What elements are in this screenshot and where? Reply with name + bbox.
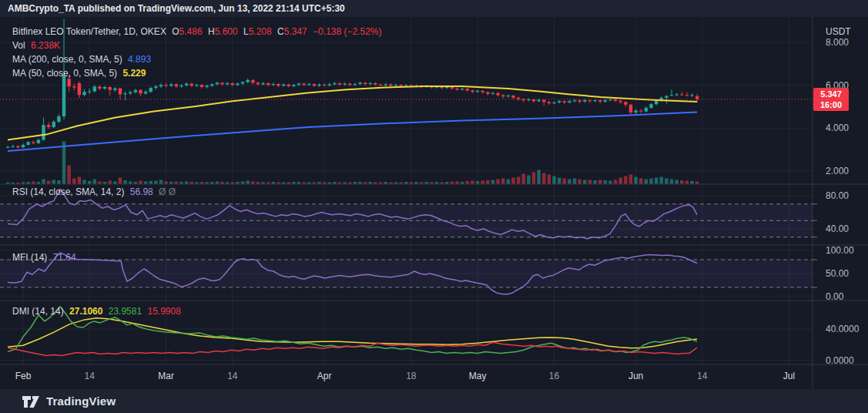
volume-bar xyxy=(384,182,387,184)
tradingview-logo-icon[interactable] xyxy=(22,392,40,411)
candle xyxy=(588,100,592,101)
tradingview-brand-text[interactable]: TradingView xyxy=(46,395,116,408)
candle xyxy=(16,146,20,148)
low-label: L xyxy=(243,26,249,37)
volume-bar xyxy=(57,180,61,184)
dmi-diplus-value: 23.9581 xyxy=(109,306,142,317)
candle xyxy=(266,83,270,85)
candle xyxy=(501,96,505,97)
volume-bar xyxy=(604,180,608,184)
candle xyxy=(481,91,484,92)
close-value: 5.347 xyxy=(284,26,307,37)
candle xyxy=(645,108,648,112)
candle xyxy=(333,83,337,84)
time-axis[interactable]: Feb14Mar14Apr18May16Jun14Jul xyxy=(0,364,868,389)
volume-bar xyxy=(302,183,306,184)
volume-bar xyxy=(144,182,148,184)
candle xyxy=(62,75,66,116)
time-axis-label: 14 xyxy=(697,371,707,381)
time-axis-label: 16 xyxy=(549,371,559,381)
candle xyxy=(11,146,15,147)
volume-bar xyxy=(32,182,35,184)
candle xyxy=(323,85,327,86)
volume-bar xyxy=(276,183,280,184)
volume-bar xyxy=(169,182,173,184)
candle xyxy=(292,85,296,86)
candle xyxy=(57,116,61,122)
mfi-legend-row[interactable]: MFI (14) 71.64 xyxy=(12,252,79,263)
candle xyxy=(369,83,373,84)
candle xyxy=(72,86,76,87)
volume-bar xyxy=(88,181,92,184)
candlesticks[interactable] xyxy=(6,19,699,149)
rsi-legend-row[interactable]: RSI (14, close, SMA, 14, 2) 56.98 Ø Ø xyxy=(12,186,179,197)
volume-bar xyxy=(200,182,204,184)
volume-bar xyxy=(420,183,424,184)
volume-legend-row[interactable]: Vol 6.238K xyxy=(12,40,63,51)
candle xyxy=(354,84,357,85)
volume-bar xyxy=(471,181,474,184)
candle xyxy=(618,101,622,102)
volume-bar xyxy=(527,176,531,184)
tradingview-chart-window: AMBCrypto_TA published on TradingView.co… xyxy=(0,0,868,413)
candle xyxy=(67,79,71,86)
mfi-axis-label: 0.00 xyxy=(826,291,843,302)
candle xyxy=(364,82,367,84)
candle xyxy=(261,83,265,84)
candle xyxy=(190,84,194,86)
volume-bar xyxy=(685,181,689,184)
volume-bar xyxy=(272,182,276,184)
candle xyxy=(185,84,189,86)
volume-bar xyxy=(358,182,362,184)
low-value: 5.208 xyxy=(249,26,272,37)
rsi-value: 56.98 xyxy=(130,186,153,197)
candle xyxy=(226,83,230,84)
last-price-tag[interactable]: 5.347 16:00 xyxy=(813,88,849,111)
candle xyxy=(22,145,25,147)
volume-bar xyxy=(675,180,679,184)
volume-bar xyxy=(598,180,602,184)
volume-bar xyxy=(659,177,663,184)
candle xyxy=(246,80,250,82)
volume-bar xyxy=(134,182,138,184)
close-label: C xyxy=(277,26,284,37)
rsi-axis-label: 80.00 xyxy=(826,190,849,201)
ma200-legend-row[interactable]: MA (200, close, 0, SMA, 5) 4.893 xyxy=(12,54,154,65)
candle xyxy=(451,87,454,89)
volume-bar xyxy=(629,175,633,184)
volume-bar xyxy=(246,181,250,184)
volume-bar xyxy=(608,181,612,184)
volume-bar xyxy=(149,181,152,184)
candle xyxy=(665,96,669,98)
volume-bar xyxy=(261,183,265,184)
volume-label: Vol xyxy=(12,40,25,51)
candle xyxy=(649,104,653,108)
volume-bar xyxy=(558,178,561,184)
dmi-label: DMI (14, 14) xyxy=(12,306,64,317)
volume-bar xyxy=(287,183,291,184)
volume-bar xyxy=(578,180,581,184)
volume-bar xyxy=(6,183,10,184)
candle xyxy=(542,100,546,102)
price-axis-unit: USDT xyxy=(826,26,851,37)
volume-bar xyxy=(179,182,183,184)
volume-bar xyxy=(670,180,674,184)
volume-bar xyxy=(22,183,25,184)
candle xyxy=(159,85,163,86)
candle xyxy=(205,86,209,87)
symbol-title[interactable]: Bitfinex LEO Token/Tether, 1D, OKEX xyxy=(12,26,166,37)
volume-bar xyxy=(307,183,311,184)
dmi-legend-row[interactable]: DMI (14, 14) 27.1060 23.9581 15.9908 xyxy=(12,306,184,317)
candle xyxy=(445,87,449,88)
candle xyxy=(210,84,214,86)
price-axis[interactable]: USDT 8.0006.0004.0002.00080.0040.00100.0… xyxy=(813,17,868,389)
ma50-legend-row[interactable]: MA (50, close, 0, SMA, 5) 5.229 xyxy=(12,68,149,79)
volume-bar xyxy=(159,180,163,184)
volume-bar xyxy=(645,180,648,184)
candle xyxy=(256,82,260,84)
volume-bar xyxy=(190,182,194,184)
candle xyxy=(47,125,51,127)
volume-bar xyxy=(26,182,30,184)
symbol-legend-row[interactable]: Bitfinex LEO Token/Tether, 1D, OKEX O5.4… xyxy=(12,26,385,37)
volume-bar xyxy=(614,180,618,184)
